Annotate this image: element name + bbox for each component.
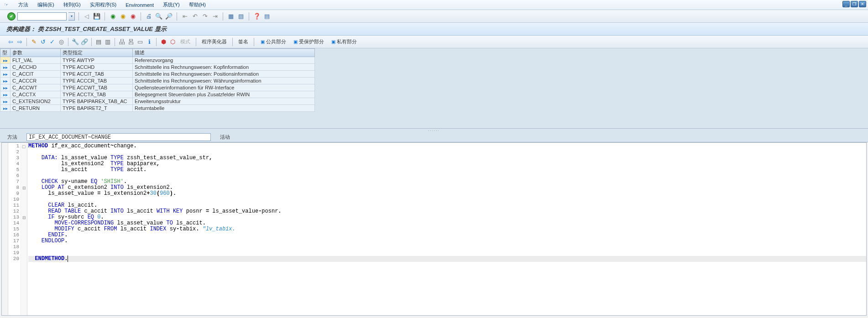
col-type[interactable]: 型 (0, 49, 10, 57)
fullscreen-icon[interactable]: ▭ (136, 38, 144, 46)
nav-back-icon[interactable]: ◉ (109, 12, 117, 21)
menu-edit[interactable]: 编辑(E) (33, 0, 59, 9)
signature-button[interactable]: 签名 (235, 37, 251, 46)
method-field[interactable]: IF_EX_ACC_DOCUMENT~CHANGE (26, 133, 211, 141)
next-page-icon[interactable]: ↷ (201, 12, 209, 21)
table-row[interactable]: ▸▸C_ACCITTYPE ACCIT_TABSchnittstelle ins… (0, 71, 315, 78)
first-page-icon[interactable]: ⇤ (181, 12, 189, 21)
section-icon: ▣ (330, 39, 336, 45)
menu-goto[interactable]: 转到(G) (59, 0, 85, 9)
row-type-icon: ▸▸ (0, 57, 10, 64)
prev-object-icon[interactable]: ⇦ (6, 38, 15, 46)
parameter-area: 型 参数 类型指定 描述 ▸▸FLT_VALTYPE AWTYPReferenz… (0, 48, 868, 129)
parameter-table: 型 参数 类型指定 描述 ▸▸FLT_VALTYPE AWTYPReferenz… (0, 48, 315, 112)
activate-icon[interactable]: ◎ (57, 38, 65, 46)
cell-desc: Erweiterungsstruktur (133, 98, 315, 105)
pretty-printer-button[interactable]: 程序美化器 (199, 37, 230, 46)
where-used-icon[interactable]: 🔗 (80, 38, 89, 46)
test-icon[interactable]: 🔧 (71, 38, 79, 46)
col-desc[interactable]: 描述 (133, 49, 315, 57)
table-row[interactable]: ▸▸C_ACCWTTYPE ACCWT_TABQuellensteuerinfo… (0, 84, 315, 91)
cancel-icon[interactable]: ◉ (129, 12, 137, 21)
menu-method[interactable]: 方法 (14, 0, 33, 9)
help-icon[interactable]: ❓ (253, 12, 261, 21)
row-type-icon: ▸▸ (0, 98, 10, 105)
cell-typing: TYPE ACCIT_TAB (61, 71, 133, 78)
col-param[interactable]: 参数 (10, 49, 61, 57)
protected-section-button[interactable]: ▣受保护部分 (290, 37, 327, 46)
separator (232, 38, 233, 46)
pattern-button: 模式 (178, 37, 193, 46)
display-list-icon[interactable]: ▤ (94, 38, 103, 46)
cell-param: C_ACCHD (10, 64, 61, 71)
info-icon[interactable]: ℹ (145, 38, 153, 46)
cell-param: C_EXTENSION2 (10, 98, 61, 105)
other-object-icon[interactable]: ↺ (39, 38, 47, 46)
cell-typing: TYPE ACCTX_TAB (61, 91, 133, 98)
save-icon[interactable]: 💾 (93, 12, 101, 21)
cell-desc: Schnittstelle ins Rechnungswesen: Kopfin… (133, 64, 315, 71)
menu-utilities[interactable]: 实用程序(S) (85, 0, 121, 9)
breakpoint-icon[interactable]: ⬢ (159, 38, 167, 46)
command-dropdown[interactable]: ▾ (68, 12, 75, 21)
shortcut-icon[interactable]: ▧ (237, 12, 245, 21)
code-editor[interactable]: 1234567891011121314151617181920 ▢⊟⊟ METH… (1, 142, 867, 316)
standard-toolbar: ✔ ▾ ◁ 💾 ◉ ◉ ◉ 🖨 🔍 🔎 ⇤ ↶ ↷ ⇥ ▦ ▧ ❓ ▤ (0, 10, 868, 23)
table-row[interactable]: ▸▸C_ACCTXTYPE ACCTX_TABBelegsegment Steu… (0, 91, 315, 98)
breakpoint2-icon[interactable]: ⬡ (168, 38, 177, 46)
fold-column[interactable]: ▢⊟⊟ (21, 143, 27, 315)
maximize-button[interactable]: ❐ (851, 1, 858, 7)
code-area[interactable]: METHOD if_ex_acc_document~change. DATA: … (27, 143, 866, 315)
separator (105, 12, 105, 21)
menu-environment[interactable]: Environment (121, 1, 158, 9)
cell-typing: TYPE BAPIPAREX_TAB_AC (61, 98, 133, 105)
prev-page-icon[interactable]: ↶ (191, 12, 199, 21)
table-row[interactable]: ▸▸C_ACCCRTYPE ACCCR_TABSchnittstelle ins… (0, 78, 315, 84)
hierarchy-icon[interactable]: 品 (118, 38, 126, 46)
back-icon[interactable]: ◁ (83, 12, 91, 21)
find-icon[interactable]: 🔍 (155, 12, 163, 21)
enter-button[interactable]: ✔ (7, 12, 16, 21)
minimize-button[interactable]: _ (842, 1, 850, 7)
line-number-column: 1234567891011121314151617181920 (8, 143, 21, 315)
find-next-icon[interactable]: 🔎 (165, 12, 173, 21)
exit-icon[interactable]: ◉ (119, 12, 127, 21)
cell-param: FLT_VAL (10, 57, 61, 64)
print-icon[interactable]: 🖨 (145, 12, 153, 21)
menu-help[interactable]: 帮助(H) (184, 0, 210, 9)
table-row[interactable]: ▸▸C_EXTENSION2TYPE BAPIPAREX_TAB_ACErwei… (0, 98, 315, 105)
menu-system[interactable]: 系统(Y) (158, 0, 184, 9)
section-icon: ▣ (293, 39, 298, 45)
table-row[interactable]: ▸▸C_ACCHDTYPE ACCHDSchnittstelle ins Rec… (0, 64, 315, 71)
close-button[interactable]: ✕ (859, 1, 866, 7)
check-icon[interactable]: ✓ (48, 38, 56, 46)
table-row[interactable]: ▸▸FLT_VALTYPE AWTYPReferenzvorgang (0, 57, 315, 64)
private-section-button[interactable]: ▣私有部分 (328, 37, 360, 46)
cell-typing: TYPE ACCWT_TAB (61, 84, 133, 91)
splitter-handle[interactable]: ······ (0, 129, 868, 132)
separator (249, 12, 249, 21)
table-row[interactable]: ▸▸C_RETURNTYPE BAPIRET2_TReturntabelle (0, 105, 315, 112)
row-type-icon: ▸▸ (0, 105, 10, 112)
next-object-icon[interactable]: ⇨ (16, 38, 24, 46)
cell-typing: TYPE ACCHD (61, 64, 133, 71)
cell-param: C_ACCIT (10, 71, 61, 78)
window-controls: _ ❐ ✕ (842, 1, 866, 7)
display-object-icon[interactable]: ▥ (104, 38, 112, 46)
display-change-icon[interactable]: ✎ (30, 38, 38, 46)
cell-typing: TYPE ACCCR_TAB (61, 78, 133, 84)
layout-icon[interactable]: ▤ (263, 12, 271, 21)
public-section-button[interactable]: ▣公共部分 (257, 37, 289, 46)
col-typing[interactable]: 类型指定 (61, 49, 133, 57)
tree-icon[interactable]: 呂 (127, 38, 135, 46)
row-type-icon: ▸▸ (0, 64, 10, 71)
command-field[interactable] (17, 12, 67, 21)
menu-bar: ☞ 方法 编辑(E) 转到(G) 实用程序(S) Environment 系统(… (0, 0, 868, 10)
last-page-icon[interactable]: ⇥ (211, 12, 219, 21)
document-icon[interactable]: ☞ (3, 1, 10, 9)
new-session-icon[interactable]: ▦ (227, 12, 235, 21)
page-title: 类构建器： 类 ZSSH_TEST_CREATE_ASSET_VALUE 显示 (0, 23, 868, 36)
table-filler (0, 112, 868, 128)
cell-desc: Quellensteuerinformationen für RW-Interf… (133, 84, 315, 91)
separator (91, 38, 92, 46)
